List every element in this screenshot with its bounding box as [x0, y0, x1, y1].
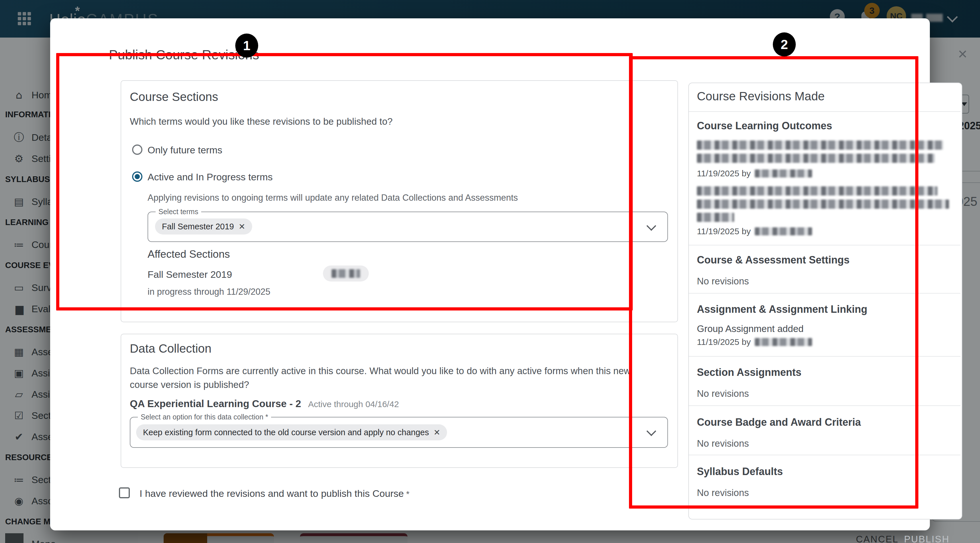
data-collection-course-name: QA Experiential Learning Course - 2 [130, 398, 301, 409]
annotation-badge-2: 2 [773, 32, 796, 56]
data-collection-description: Data Collection Forms are currently acti… [130, 364, 649, 392]
close-icon[interactable]: × [958, 46, 967, 62]
data-collection-active-through: Active through 04/16/42 [308, 400, 399, 409]
cancel-button[interactable]: CANCEL [856, 534, 899, 543]
confirm-publish-checkbox[interactable] [119, 487, 130, 498]
chip-remove-icon[interactable]: ✕ [434, 428, 440, 437]
annotation-box-2 [629, 56, 918, 509]
data-collection-option-chip[interactable]: Keep existing form connected to the old … [136, 424, 447, 440]
data-collection-heading: Data Collection [130, 342, 212, 355]
data-collection-card: Data Collection Data Collection Forms ar… [121, 334, 678, 468]
data-collection-option-field[interactable]: Select an option for this data collectio… [130, 417, 668, 448]
required-asterisk: * [406, 489, 409, 498]
publish-course-button[interactable]: PUBLISH COURSE [904, 534, 950, 543]
annotation-box-1 [56, 53, 633, 311]
data-collection-option-chip-label: Keep existing form connected to the old … [143, 428, 429, 437]
confirm-publish-label[interactable]: I have reviewed the revisions and want t… [140, 488, 409, 499]
confirm-publish-text: I have reviewed the revisions and want t… [140, 488, 404, 499]
annotation-badge-1: 1 [235, 33, 258, 57]
screen: HelioCAMPUS * ? 3 NC HomeINFORMATIODetai… [0, 0, 980, 543]
data-collection-option-label: Select an option for this data collectio… [138, 413, 271, 421]
